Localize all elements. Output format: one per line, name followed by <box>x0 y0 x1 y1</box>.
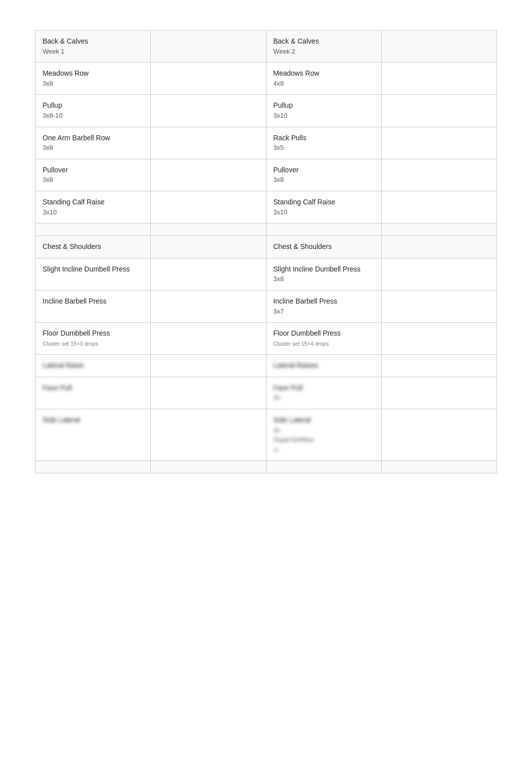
table-row: Face PullFace Pull3x <box>36 377 497 409</box>
empty-cell <box>151 409 266 461</box>
table-row: Standing Calf Raise3x10Standing Calf Rai… <box>36 191 497 223</box>
cell-content: Pullover3x8 <box>43 165 143 185</box>
exercise-name: Pullover <box>274 166 299 174</box>
exercise-name-blurred: Lateral Raise <box>43 361 84 369</box>
exercise-name: Pullover <box>43 166 68 174</box>
exercise-name: Chest & Shoulders <box>43 242 101 250</box>
exercise-note: Cluster set 15+3 drops <box>43 341 98 347</box>
exercise-cell-blurred: Face Pull3x <box>266 377 381 409</box>
exercise-note: Cluster set 15+4 drops <box>274 341 329 347</box>
page-container: Back & CalvesWeek 1Back & CalvesWeek 2Me… <box>0 0 532 503</box>
exercise-sets: 3x5 <box>274 144 284 151</box>
exercise-cell-blurred: Side Lateral3xSuperSet/flies3x <box>266 409 381 461</box>
exercise-sets-blurred: 3x <box>274 426 281 434</box>
table-row: One Arm Barbell Row3x8Rack Pulls3x5 <box>36 127 497 159</box>
cell-content: Meadows Row3x8 <box>43 69 143 88</box>
empty-cell <box>151 461 266 473</box>
exercise-cell: Meadows Row4x8 <box>266 63 381 95</box>
empty-cell <box>381 223 496 236</box>
empty-cell <box>36 223 151 236</box>
exercise-name: Standing Calf Raise <box>274 198 336 206</box>
cell-content: Back & CalvesWeek 2 <box>274 37 374 56</box>
cell-content: Standing Calf Raise3x10 <box>274 197 374 217</box>
empty-cell <box>151 258 266 290</box>
exercise-name: Meadows Row <box>274 69 320 77</box>
cell-content-blurred: Side Lateral3xSuperSet/flies3x <box>274 415 374 454</box>
exercise-name-blurred: Face Pull <box>274 384 303 392</box>
exercise-cell: Slight Incline Dumbell Press <box>36 258 151 290</box>
exercise-name: Meadows Row <box>43 69 89 77</box>
exercise-sets: Week 1 <box>43 48 65 55</box>
empty-cell <box>151 223 266 236</box>
empty-cell <box>381 323 496 355</box>
cell-content-blurred: Face Pull <box>43 383 143 393</box>
empty-cell <box>381 236 496 258</box>
exercise-sets-blurred: SuperSet/flies <box>274 436 314 443</box>
cell-content: Slight Incline Dumbell Press3x8 <box>274 265 374 284</box>
table-row: Pullover3x8Pullover3x8 <box>36 159 497 191</box>
cell-content-blurred: Lateral Raise <box>43 361 143 371</box>
empty-cell <box>381 377 496 409</box>
table-row: Slight Incline Dumbell PressSlight Incli… <box>36 258 497 290</box>
exercise-sets: 3x8 <box>274 275 284 283</box>
exercise-sets: Week 2 <box>274 48 296 55</box>
exercise-name-blurred: Face Pull <box>43 384 72 392</box>
exercise-name: Chest & Shoulders <box>274 242 332 250</box>
exercise-cell: Standing Calf Raise3x10 <box>266 191 381 223</box>
exercise-cell-blurred: Side Lateral <box>36 409 151 461</box>
exercise-name: Back & Calves <box>274 37 319 45</box>
exercise-sets: 4x8 <box>274 80 284 87</box>
empty-cell <box>36 461 151 473</box>
table-row: Incline Barbell PressIncline Barbell Pre… <box>36 290 497 322</box>
empty-cell <box>151 191 266 223</box>
empty-cell <box>381 290 496 322</box>
exercise-sets-blurred: 3x <box>274 394 281 401</box>
exercise-cell: One Arm Barbell Row3x8 <box>36 127 151 159</box>
cell-content: Floor Dumbbell PressCluster set 15+4 dro… <box>274 329 374 348</box>
table-row: Floor Dumbbell PressCluster set 15+3 dro… <box>36 323 497 355</box>
empty-cell <box>381 95 496 127</box>
exercise-name: Floor Dumbbell Press <box>274 329 341 337</box>
exercise-name-blurred: Side Lateral <box>274 416 311 424</box>
exercise-note-blurred: 3x <box>274 447 280 453</box>
exercise-sets: 3x8 <box>43 176 53 183</box>
table-row: Pullup3x8-10Pullup3x10 <box>36 95 497 127</box>
cell-content-blurred: Face Pull3x <box>274 383 374 403</box>
empty-cell <box>151 355 266 377</box>
cell-content: Chest & Shoulders <box>43 242 143 252</box>
table-row: Back & CalvesWeek 1Back & CalvesWeek 2 <box>36 31 497 63</box>
cell-content: Back & CalvesWeek 1 <box>43 37 143 56</box>
exercise-sets: 3x10 <box>274 112 288 119</box>
exercise-sets: 3x8-10 <box>43 112 63 119</box>
exercise-cell: Incline Barbell Press3x7 <box>266 290 381 322</box>
empty-cell <box>381 191 496 223</box>
exercise-name: Rack Pulls <box>274 134 307 142</box>
empty-cell <box>151 323 266 355</box>
empty-cell <box>151 159 266 191</box>
empty-cell <box>151 95 266 127</box>
section-title-cell: Back & CalvesWeek 1 <box>36 31 151 63</box>
exercise-cell: Meadows Row3x8 <box>36 63 151 95</box>
table-row: Chest & ShouldersChest & Shoulders <box>36 236 497 258</box>
cell-content: Rack Pulls3x5 <box>274 133 374 153</box>
empty-cell <box>151 63 266 95</box>
exercise-name: Slight Incline Dumbell Press <box>43 265 130 273</box>
cell-content: Pullup3x10 <box>274 101 374 120</box>
exercise-cell: Incline Barbell Press <box>36 290 151 322</box>
section-title-cell: Chest & Shoulders <box>36 236 151 258</box>
exercise-cell: Pullover3x8 <box>266 159 381 191</box>
empty-cell <box>381 159 496 191</box>
exercise-name: Pullup <box>274 101 293 109</box>
exercise-name: Back & Calves <box>43 37 88 45</box>
exercise-sets: 3x10 <box>43 208 57 216</box>
exercise-cell: Pullup3x8-10 <box>36 95 151 127</box>
cell-content-blurred: Side Lateral <box>43 415 143 425</box>
cell-content: Chest & Shoulders <box>274 242 374 252</box>
empty-cell <box>151 31 266 63</box>
exercise-cell-blurred: Lateral Raises <box>266 355 381 377</box>
exercise-name: One Arm Barbell Row <box>43 134 110 142</box>
exercise-cell: Standing Calf Raise3x10 <box>36 191 151 223</box>
exercise-name-blurred: Side Lateral <box>43 416 80 424</box>
exercise-name: Slight Incline Dumbell Press <box>274 265 361 273</box>
exercise-cell: Pullover3x8 <box>36 159 151 191</box>
